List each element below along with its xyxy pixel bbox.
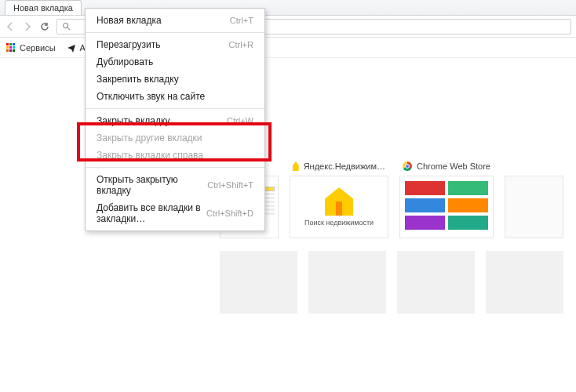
- thumb-title: Chrome Web Store: [399, 157, 494, 176]
- thumb-preview: [399, 176, 494, 238]
- bookmarks-apps-label: Сервисы: [20, 43, 56, 53]
- tab-title: Новая вкладка: [13, 3, 73, 13]
- tab-context-menu: Новая вкладка Ctrl+T Перезагрузить Ctrl+…: [85, 8, 265, 231]
- svg-point-0: [64, 24, 68, 28]
- bookmarks-apps[interactable]: Сервисы: [6, 43, 56, 53]
- search-icon: [62, 22, 71, 31]
- menu-separator: [86, 167, 264, 168]
- thumb-preview: Поиск недвижимости: [290, 176, 388, 238]
- menu-duplicate[interactable]: Дублировать: [86, 53, 264, 71]
- menu-close-right: Закрыть вкладки справа: [86, 147, 264, 164]
- back-icon[interactable]: [5, 21, 16, 32]
- menu-reload[interactable]: Перезагрузить Ctrl+R: [86, 36, 264, 53]
- menu-close[interactable]: Закрыть вкладку Ctrl+W: [86, 112, 264, 129]
- thumb-placeholder[interactable]: [308, 251, 386, 314]
- menu-new-tab[interactable]: Новая вкладка Ctrl+T: [86, 12, 264, 29]
- thumb-empty[interactable]: [505, 157, 563, 238]
- reload-icon[interactable]: [39, 21, 50, 32]
- svg-line-1: [67, 27, 70, 30]
- menu-close-others: Закрыть другие вкладки: [86, 129, 264, 147]
- tab-newtab[interactable]: Новая вкладка: [5, 0, 82, 15]
- menu-reopen-closed[interactable]: Открыть закрытую вкладку Ctrl+Shift+T: [86, 171, 264, 199]
- thumb-placeholder[interactable]: [220, 251, 297, 314]
- thumb-placeholder[interactable]: [397, 251, 475, 314]
- thumb-chrome-webstore[interactable]: Chrome Web Store: [399, 157, 494, 238]
- menu-separator: [86, 32, 264, 33]
- forward-icon[interactable]: [22, 21, 33, 32]
- thumb-placeholder[interactable]: [486, 251, 563, 314]
- chrome-icon: [403, 162, 412, 171]
- yandex-realty-icon: [293, 162, 299, 171]
- menu-mute[interactable]: Отключить звук на сайте: [86, 88, 264, 105]
- house-icon: [325, 187, 353, 216]
- menu-separator: [86, 108, 264, 109]
- thumb-yandex-realty[interactable]: Яндекс.Недвижим… Поиск недвижимости: [290, 157, 388, 238]
- thumb-preview: [505, 176, 563, 238]
- menu-pin[interactable]: Закрепить вкладку: [86, 71, 264, 88]
- menu-bookmark-all[interactable]: Добавить все вкладки в закладки… Ctrl+Sh…: [86, 199, 264, 227]
- apps-icon: [6, 43, 16, 53]
- plane-icon: [67, 43, 76, 53]
- thumb-title: Яндекс.Недвижим…: [290, 157, 388, 176]
